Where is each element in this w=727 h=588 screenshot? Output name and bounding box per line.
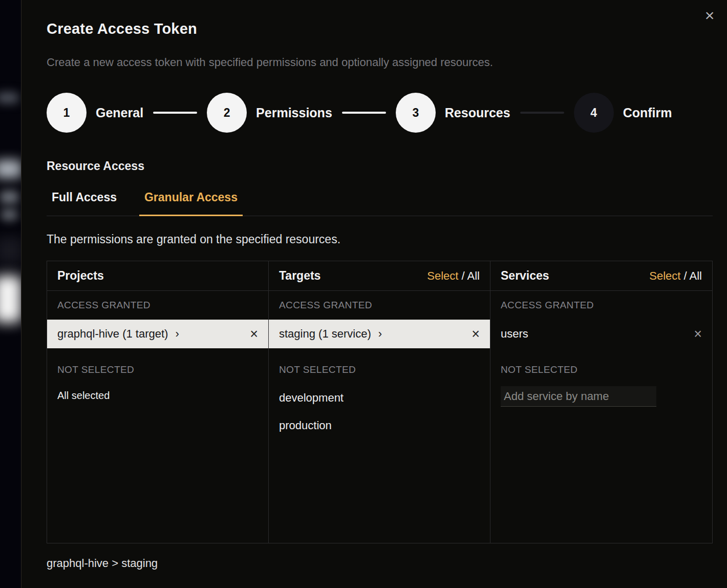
step-confirm[interactable]: 4 Confirm [574, 93, 672, 133]
target-option-production[interactable]: production [269, 412, 490, 439]
services-select-link[interactable]: Select [649, 269, 680, 282]
step-permissions[interactable]: 2 Permissions [207, 93, 332, 133]
step-number-badge: 2 [207, 93, 247, 133]
step-label: Permissions [256, 106, 332, 120]
dialog-title: Create Access Token [47, 0, 713, 37]
targets-all-link[interactable]: All [467, 269, 480, 282]
access-granted-label: ACCESS GRANTED [490, 291, 712, 320]
blurred-background-element [0, 191, 18, 204]
targets-column-title: Targets [279, 269, 320, 283]
resource-access-heading: Resource Access [47, 159, 713, 173]
tab-granular-access[interactable]: Granular Access [139, 185, 243, 216]
select-divider: / [680, 269, 689, 282]
granular-access-description: The permissions are granted on the speci… [47, 233, 713, 246]
access-granted-label: ACCESS GRANTED [269, 291, 490, 320]
stepper-connector [153, 112, 197, 114]
resource-picker-table: Projects ACCESS GRANTED graphql-hive (1 … [47, 261, 713, 543]
chevron-right-icon: › [175, 327, 179, 341]
wizard-stepper: 1 General 2 Permissions 3 Resources 4 Co… [47, 93, 713, 133]
stepper-connector [342, 112, 386, 114]
step-number-badge: 3 [396, 93, 436, 133]
step-number-badge: 1 [47, 93, 87, 133]
targets-column-header: Targets Select / All [269, 261, 490, 291]
step-label: Confirm [623, 106, 672, 120]
chevron-right-icon: › [378, 327, 382, 341]
blurred-background-element [0, 237, 23, 264]
blurred-background-element [1, 208, 17, 221]
granted-project-row[interactable]: graphql-hive (1 target) › × [47, 320, 268, 348]
add-service-input[interactable] [501, 386, 656, 407]
step-resources[interactable]: 3 Resources [396, 93, 510, 133]
blurred-background-element [0, 160, 22, 178]
granted-service-row[interactable]: users × [490, 320, 712, 348]
projects-column-title: Projects [57, 269, 104, 283]
access-granted-label: ACCESS GRANTED [47, 291, 268, 320]
targets-select-links: Select / All [427, 269, 480, 283]
close-icon[interactable]: × [699, 5, 720, 26]
not-selected-label: NOT SELECTED [269, 355, 490, 384]
services-select-links: Select / All [649, 269, 702, 283]
remove-target-icon[interactable]: × [472, 327, 480, 341]
targets-select-link[interactable]: Select [427, 269, 458, 282]
background-page [0, 0, 21, 588]
step-general[interactable]: 1 General [47, 93, 143, 133]
granted-project-name: graphql-hive (1 target) [57, 327, 168, 341]
select-divider: / [458, 269, 467, 282]
blurred-background-element [0, 92, 18, 103]
granted-service-name: users [501, 327, 528, 341]
remove-service-icon[interactable]: × [694, 327, 702, 341]
projects-column-header: Projects [47, 261, 268, 291]
granted-target-row[interactable]: staging (1 service) › × [269, 320, 490, 348]
not-selected-label: NOT SELECTED [490, 355, 712, 384]
not-selected-label: NOT SELECTED [47, 355, 268, 384]
step-label: General [96, 106, 143, 120]
create-access-token-dialog: × Create Access Token Create a new acces… [21, 0, 727, 588]
step-number-badge: 4 [574, 93, 614, 133]
services-column-title: Services [501, 269, 549, 283]
breadcrumb: graphql-hive > staging [47, 557, 713, 570]
services-column: Services Select / All ACCESS GRANTED use… [490, 261, 712, 543]
projects-column: Projects ACCESS GRANTED graphql-hive (1 … [47, 261, 269, 543]
remove-project-icon[interactable]: × [250, 327, 258, 341]
blurred-background-element [0, 276, 22, 323]
dialog-subtitle: Create a new access token with specified… [47, 56, 713, 69]
all-selected-note: All selected [47, 384, 268, 407]
breadcrumb-separator: > [109, 557, 121, 570]
stepper-connector [520, 112, 564, 114]
step-label: Resources [445, 106, 510, 120]
breadcrumb-target: staging [121, 557, 158, 570]
target-option-development[interactable]: development [269, 384, 490, 412]
services-all-link[interactable]: All [690, 269, 702, 282]
targets-column: Targets Select / All ACCESS GRANTED stag… [269, 261, 490, 543]
granted-target-name: staging (1 service) [279, 327, 371, 341]
breadcrumb-project: graphql-hive [47, 557, 109, 570]
tab-full-access[interactable]: Full Access [47, 185, 122, 216]
services-column-header: Services Select / All [490, 261, 712, 291]
access-mode-tabs: Full Access Granular Access [47, 185, 713, 216]
